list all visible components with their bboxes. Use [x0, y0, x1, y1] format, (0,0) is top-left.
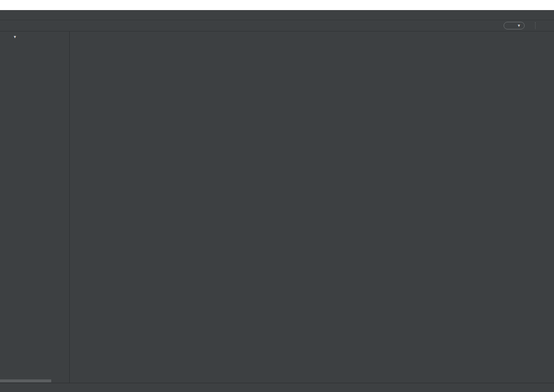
- project-tree: [0, 42, 69, 43]
- project-tab-icon[interactable]: [2, 34, 9, 40]
- project-panel-hscrollbar[interactable]: [0, 379, 51, 382]
- main-area: ▼: [0, 31, 554, 383]
- chevron-down-icon: ▼: [517, 24, 521, 28]
- project-panel-toolbar: ▼: [0, 31, 69, 42]
- pycharm-logo-icon: [3, 2, 9, 8]
- menu-bar: [0, 10, 554, 20]
- code-view[interactable]: [70, 42, 554, 54]
- navigation-bar: ▼: [0, 20, 554, 31]
- project-view-selector[interactable]: ▼: [12, 35, 17, 39]
- status-bar: [0, 383, 554, 392]
- run-configuration-select[interactable]: ▼: [504, 22, 525, 29]
- error-stripe[interactable]: [548, 42, 554, 383]
- lock-icon[interactable]: [521, 384, 528, 391]
- pycharm-window: ▼ ▼: [0, 0, 554, 392]
- notification-bubble-icon[interactable]: [549, 384, 553, 391]
- chevron-down-icon: ▼: [13, 35, 17, 39]
- toolbar-separator: [535, 22, 536, 29]
- editor-tabs: [70, 31, 554, 42]
- editor[interactable]: [70, 42, 554, 383]
- hector-inspector-icon[interactable]: [535, 384, 542, 391]
- toggle-panels-icon[interactable]: [3, 384, 9, 391]
- run-toolbar: ▼: [504, 22, 554, 29]
- python-icon: [507, 23, 513, 28]
- search-icon[interactable]: [541, 22, 549, 29]
- project-panel: ▼: [0, 31, 70, 383]
- editor-column: [70, 31, 554, 383]
- title-bar: [0, 0, 554, 10]
